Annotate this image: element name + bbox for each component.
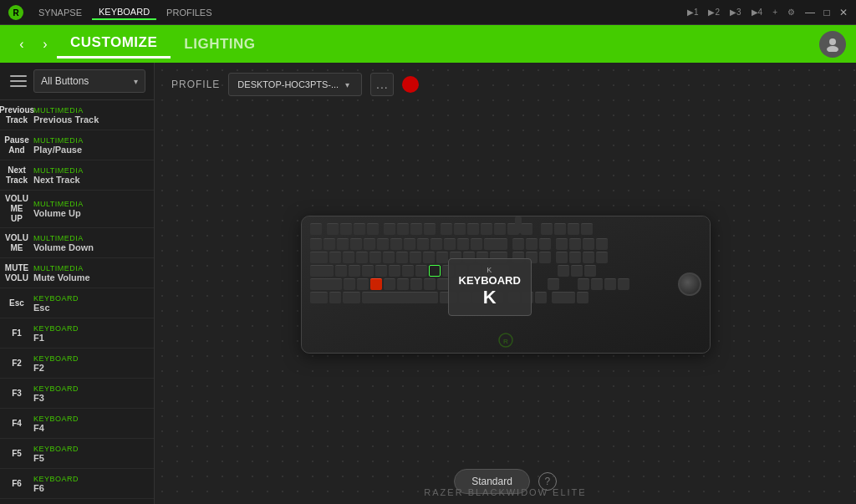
key-num2[interactable]	[591, 278, 603, 290]
key-num7[interactable]	[556, 252, 568, 263]
key-minus[interactable]	[457, 238, 469, 250]
maximize-button[interactable]: □	[821, 7, 833, 18]
key-pgdn[interactable]	[539, 252, 551, 263]
key-f6[interactable]	[397, 223, 409, 235]
key-8[interactable]	[417, 238, 429, 250]
key-h[interactable]	[402, 265, 414, 277]
key-0[interactable]	[444, 238, 456, 250]
user-avatar[interactable]	[819, 31, 846, 58]
sidebar-item-2[interactable]: Next Track MULTIMEDIA Next Track	[0, 160, 154, 191]
sidebar-item-12[interactable]: F6 KEYBOARD F6	[0, 469, 154, 499]
key-arrright[interactable]	[535, 292, 547, 303]
key-w[interactable]	[343, 252, 354, 263]
key-x[interactable]	[357, 278, 369, 290]
sidebar-item-13[interactable]: F7 KEYBOARD F7	[0, 499, 154, 504]
tab-lighting[interactable]: LIGHTING	[171, 31, 268, 58]
key-numdot[interactable]	[577, 292, 588, 303]
key-home[interactable]	[526, 238, 538, 250]
key-c[interactable]	[370, 278, 382, 290]
volume-knob[interactable]	[678, 272, 701, 296]
key-6[interactable]	[390, 238, 402, 250]
key-comma[interactable]	[437, 278, 449, 290]
key-1[interactable]	[324, 238, 335, 250]
key-num0[interactable]	[552, 292, 575, 303]
key-r[interactable]	[369, 252, 381, 263]
key-e[interactable]	[356, 252, 368, 263]
key-f4[interactable]	[367, 223, 379, 235]
key-backtick[interactable]	[310, 238, 322, 250]
key-2[interactable]	[337, 238, 349, 250]
key-d[interactable]	[362, 265, 374, 277]
sidebar-item-5[interactable]: MUTE VOLU MULTIMEDIA Mute Volume	[0, 258, 154, 288]
key-media2[interactable]	[554, 223, 566, 235]
key-arrup[interactable]	[548, 278, 559, 290]
key-tab[interactable]	[310, 252, 328, 263]
key-4[interactable]	[364, 238, 375, 250]
key-numminus[interactable]	[596, 238, 608, 250]
sidebar-item-9[interactable]: F3 KEYBOARD F3	[0, 379, 154, 409]
minimize-button[interactable]: —	[804, 7, 816, 18]
synapse-tab[interactable]: SYNAPSE	[32, 6, 89, 19]
sidebar-item-3[interactable]: VOLU ME UP MULTIMEDIA Volume Up	[0, 191, 154, 228]
key-num3[interactable]	[604, 278, 616, 290]
key-y[interactable]	[396, 252, 408, 263]
key-v[interactable]	[384, 278, 395, 290]
sidebar-item-6[interactable]: Esc KEYBOARD Esc	[0, 288, 154, 318]
add-profile-icon[interactable]: +	[768, 6, 782, 18]
key-b[interactable]	[397, 278, 409, 290]
key-esc[interactable]	[310, 223, 322, 235]
key-z[interactable]	[344, 278, 355, 290]
key-lwin[interactable]	[329, 292, 341, 303]
key-f5[interactable]	[384, 223, 395, 235]
key-f11[interactable]	[467, 223, 479, 235]
key-lshift[interactable]	[310, 278, 342, 290]
key-numdiv[interactable]	[569, 238, 581, 250]
key-i[interactable]	[423, 252, 435, 263]
key-numenter[interactable]	[618, 278, 629, 290]
key-ins[interactable]	[512, 238, 524, 250]
sidebar-item-1[interactable]: Pause And MULTIMEDIA Play/Pause	[0, 130, 154, 160]
key-5[interactable]	[377, 238, 389, 250]
close-button[interactable]: ✕	[838, 7, 849, 18]
all-buttons-dropdown[interactable]: All Buttons ▾	[33, 69, 145, 93]
key-num5[interactable]	[571, 265, 583, 277]
tab-customize[interactable]: CUSTOMIZE	[57, 29, 171, 59]
key-s[interactable]	[349, 265, 360, 277]
key-num4[interactable]	[558, 265, 569, 277]
sidebar-item-7[interactable]: F1 KEYBOARD F1	[0, 318, 154, 349]
key-backspace[interactable]	[484, 238, 507, 250]
key-f3[interactable]	[354, 223, 365, 235]
key-f10[interactable]	[454, 223, 466, 235]
key-nummul[interactable]	[583, 238, 594, 250]
sidebar-item-8[interactable]: F2 KEYBOARD F2	[0, 349, 154, 379]
key-n[interactable]	[410, 278, 422, 290]
key-equals[interactable]	[471, 238, 482, 250]
key-o[interactable]	[436, 252, 448, 263]
key-j[interactable]	[415, 265, 427, 277]
key-g[interactable]	[389, 265, 400, 277]
key-t[interactable]	[383, 252, 395, 263]
key-lalt[interactable]	[343, 292, 360, 303]
menu-button[interactable]	[8, 71, 28, 91]
profile-more-button[interactable]: ...	[370, 73, 394, 96]
key-media4[interactable]	[581, 223, 593, 235]
key-num1[interactable]	[578, 278, 589, 290]
key-num9[interactable]	[583, 252, 594, 263]
key-f7[interactable]	[410, 223, 422, 235]
profile-dropdown[interactable]: DESKTOP-HOC3PTS-... ▾	[228, 73, 362, 96]
key-pgup[interactable]	[539, 238, 551, 250]
key-media1[interactable]	[541, 223, 553, 235]
key-m[interactable]	[424, 278, 436, 290]
key-a[interactable]	[335, 265, 347, 277]
key-9[interactable]	[431, 238, 442, 250]
keyboard-tab[interactable]: KEYBOARD	[92, 5, 156, 20]
key-prtsc[interactable]	[494, 223, 506, 235]
key-f12[interactable]	[481, 223, 492, 235]
back-button[interactable]: ‹	[10, 33, 33, 56]
key-num8[interactable]	[569, 252, 581, 263]
sidebar-item-0[interactable]: Previous Track MULTIMEDIA Previous Track	[0, 100, 154, 130]
settings-icon[interactable]: ⚙	[783, 6, 799, 18]
key-media3[interactable]	[568, 223, 579, 235]
record-button[interactable]	[402, 76, 419, 93]
profiles-tab[interactable]: PROFILES	[160, 6, 218, 19]
